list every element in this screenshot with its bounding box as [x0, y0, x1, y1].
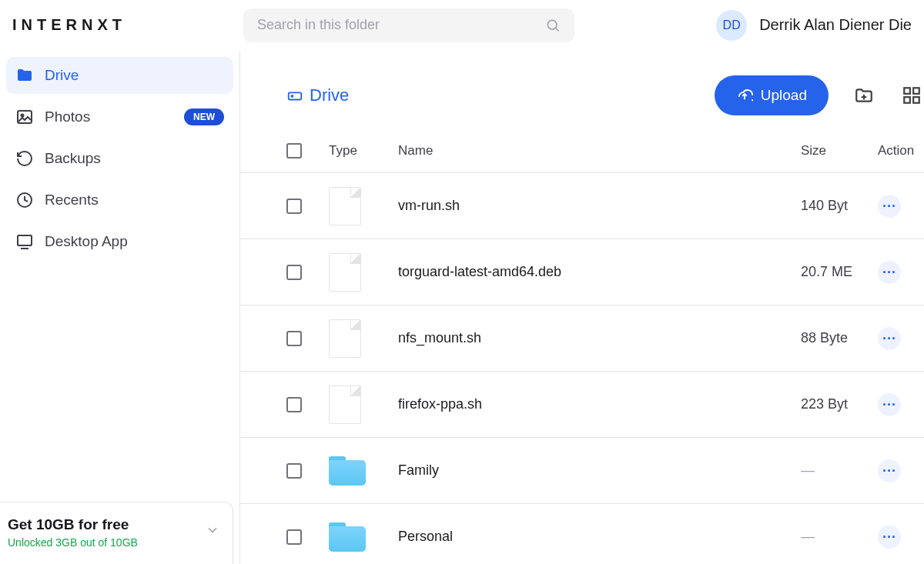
- file-size: —: [801, 462, 878, 479]
- more-icon: ···: [882, 398, 896, 412]
- avatar[interactable]: DD: [716, 10, 747, 41]
- header-size[interactable]: Size: [801, 143, 878, 159]
- upload-button[interactable]: Upload: [715, 75, 829, 115]
- promo-subtitle: Unlocked 3GB out of 10GB: [8, 536, 138, 549]
- new-badge: NEW: [184, 108, 224, 125]
- drive-icon: [286, 87, 303, 104]
- more-icon: ···: [882, 199, 896, 213]
- breadcrumb-label: Drive: [310, 85, 349, 105]
- svg-point-0: [547, 20, 557, 29]
- more-icon: ···: [882, 464, 896, 478]
- monitor-icon: [15, 232, 34, 251]
- row-actions-button[interactable]: ···: [878, 393, 901, 416]
- file-icon: [329, 253, 361, 292]
- image-icon: [15, 108, 34, 126]
- row-checkbox[interactable]: [286, 199, 302, 214]
- more-icon: ···: [882, 530, 896, 544]
- sidebar-item-backups[interactable]: Backups: [6, 140, 233, 177]
- row-checkbox[interactable]: [286, 331, 302, 346]
- header-type[interactable]: Type: [329, 143, 398, 159]
- file-size: 140 Byt: [801, 198, 878, 214]
- topbar: INTERNXT DD Derrik Alan Diener Die: [0, 0, 924, 51]
- row-checkbox[interactable]: [286, 463, 302, 479]
- username: Derrik Alan Diener Die: [759, 16, 912, 34]
- svg-rect-7: [289, 92, 302, 99]
- table-row[interactable]: nfs_mount.sh88 Byte···: [240, 305, 924, 372]
- file-name: Family: [398, 462, 801, 479]
- svg-rect-5: [18, 235, 32, 245]
- folder-icon: [15, 66, 34, 85]
- svg-rect-14: [913, 97, 919, 103]
- svg-point-8: [291, 95, 293, 97]
- sidebar: Drive Photos NEW Backups Recents Deskt: [0, 51, 240, 564]
- brand-logo: INTERNXT: [12, 16, 243, 34]
- file-icon: [329, 319, 361, 358]
- sidebar-item-drive[interactable]: Drive: [6, 57, 233, 94]
- table-row[interactable]: Personal—···: [240, 504, 924, 564]
- row-checkbox[interactable]: [286, 529, 302, 545]
- main: Drive Upload Type Name Size Ac: [240, 51, 924, 564]
- select-all-checkbox[interactable]: [286, 143, 302, 159]
- chevron-down-icon: [205, 522, 220, 541]
- file-table: Type Name Size Action vm-run.sh140 Byt··…: [240, 134, 924, 564]
- breadcrumb[interactable]: Drive: [286, 85, 349, 105]
- folder-icon: [329, 456, 366, 486]
- sidebar-item-photos[interactable]: Photos NEW: [6, 98, 233, 135]
- row-checkbox[interactable]: [286, 397, 302, 412]
- svg-rect-11: [904, 88, 910, 94]
- table-row[interactable]: firefox-ppa.sh223 Byt···: [240, 372, 924, 438]
- row-actions-button[interactable]: ···: [878, 195, 901, 218]
- sidebar-item-label: Drive: [45, 67, 224, 84]
- search-icon: [545, 18, 561, 33]
- search-input[interactable]: [257, 17, 545, 33]
- file-size: 88 Byte: [801, 330, 878, 346]
- more-icon: ···: [882, 265, 896, 279]
- search-box[interactable]: [243, 8, 574, 42]
- history-icon: [15, 149, 34, 168]
- toolbar: Drive Upload: [240, 51, 924, 134]
- file-icon: [329, 187, 361, 225]
- sidebar-item-label: Backups: [45, 150, 224, 167]
- file-name: Personal: [398, 529, 801, 545]
- file-size: 20.7 ME: [801, 264, 878, 280]
- file-icon: [329, 385, 361, 424]
- row-actions-button[interactable]: ···: [878, 261, 901, 284]
- sidebar-item-desktop[interactable]: Desktop App: [6, 223, 233, 260]
- file-name: nfs_mount.sh: [398, 330, 801, 346]
- promo-title: Get 10GB for free: [8, 516, 138, 533]
- svg-point-3: [22, 115, 24, 117]
- table-row[interactable]: Family—···: [240, 438, 924, 504]
- sidebar-item-label: Photos: [45, 108, 173, 125]
- svg-rect-12: [913, 88, 919, 94]
- grid-view-button[interactable]: [899, 83, 924, 108]
- row-checkbox[interactable]: [286, 265, 302, 280]
- sidebar-item-recents[interactable]: Recents: [6, 182, 233, 219]
- upload-icon: [736, 85, 753, 106]
- file-name: firefox-ppa.sh: [398, 396, 801, 412]
- header-name[interactable]: Name: [398, 143, 801, 159]
- svg-rect-13: [904, 97, 910, 103]
- file-size: 223 Byt: [801, 396, 878, 412]
- row-actions-button[interactable]: ···: [878, 459, 901, 482]
- header-action: Action: [878, 143, 924, 159]
- sidebar-item-label: Desktop App: [45, 233, 224, 250]
- new-folder-button[interactable]: [852, 83, 876, 108]
- file-name: torguard-latest-amd64.deb: [398, 264, 801, 280]
- row-actions-button[interactable]: ···: [878, 526, 901, 549]
- table-row[interactable]: torguard-latest-amd64.deb20.7 ME···: [240, 239, 924, 305]
- row-actions-button[interactable]: ···: [878, 327, 901, 350]
- file-name: vm-run.sh: [398, 198, 801, 214]
- folder-icon: [329, 522, 366, 552]
- table-header: Type Name Size Action: [240, 134, 924, 173]
- upload-label: Upload: [761, 87, 807, 104]
- promo-card[interactable]: Get 10GB for free Unlocked 3GB out of 10…: [0, 502, 233, 564]
- file-size: —: [801, 529, 878, 545]
- clock-icon: [15, 191, 34, 209]
- table-row[interactable]: vm-run.sh140 Byt···: [240, 173, 924, 239]
- more-icon: ···: [882, 332, 896, 345]
- svg-line-1: [556, 28, 559, 31]
- sidebar-item-label: Recents: [45, 192, 224, 209]
